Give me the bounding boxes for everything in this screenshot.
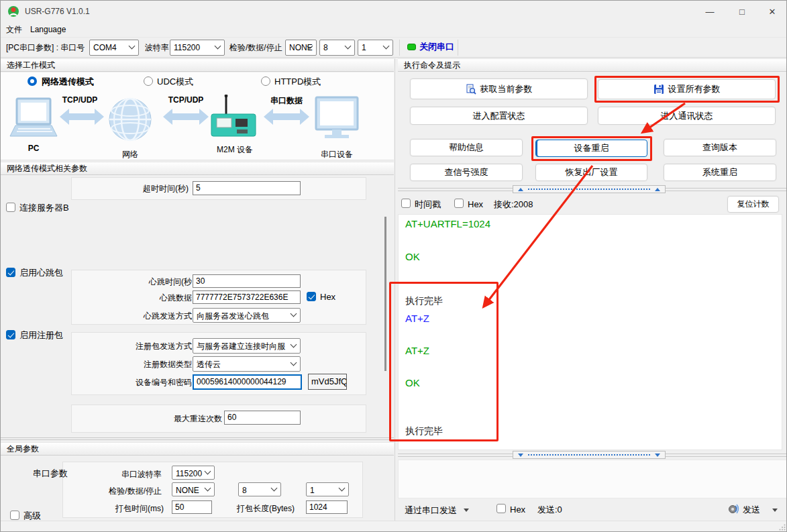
network-label: 网络 bbox=[115, 149, 145, 160]
chevron-down-icon bbox=[129, 43, 136, 50]
radio-httpd-mode[interactable] bbox=[261, 76, 270, 86]
menu-language[interactable]: Language bbox=[30, 25, 66, 35]
radio-net-label[interactable]: 网络透传模式 bbox=[42, 76, 94, 87]
global-params-header: 全局参数 bbox=[1, 442, 394, 456]
send-hex-label[interactable]: Hex bbox=[510, 504, 525, 515]
send-input[interactable] bbox=[398, 460, 787, 498]
send-button[interactable]: 发送 bbox=[725, 500, 782, 518]
panel-divider[interactable] bbox=[395, 58, 395, 521]
status-bar bbox=[1, 521, 787, 532]
device-restart-button[interactable]: 设备重启 bbox=[535, 140, 647, 157]
timestamp-label[interactable]: 时间戳 bbox=[415, 199, 441, 209]
device-id-label: 设备编号和密码 bbox=[71, 378, 192, 388]
rx-hex-label[interactable]: Hex bbox=[468, 199, 483, 209]
enter-comm-button[interactable]: 进入通讯状态 bbox=[598, 107, 776, 125]
exec-command-header: 执行命令及提示 bbox=[398, 58, 787, 72]
timeout-label: 超时时间(秒) bbox=[71, 184, 189, 194]
reg-type-label: 注册数据类型 bbox=[71, 360, 192, 370]
reset-count-button[interactable]: 复位计数 bbox=[727, 196, 779, 213]
pack-len-input[interactable]: 1024 bbox=[306, 500, 348, 514]
enter-config-button[interactable]: 进入配置状态 bbox=[410, 107, 588, 125]
left-panel-scrollbar-thumb[interactable] bbox=[384, 217, 386, 371]
maximize-button[interactable]: □ bbox=[727, 1, 757, 22]
pack-len-label: 打包长度(Bytes) bbox=[237, 504, 295, 514]
help-info-button[interactable]: 帮助信息 bbox=[410, 139, 523, 156]
stopbits-select[interactable]: 1 bbox=[358, 40, 393, 56]
com-port-select[interactable]: COM4 bbox=[89, 40, 139, 56]
set-params-button[interactable]: 设置所有参数 bbox=[598, 79, 776, 99]
reconnect-input[interactable]: 60 bbox=[224, 411, 301, 425]
link2-label: TCP/UDP bbox=[164, 95, 208, 105]
menubar: 文件 Language bbox=[1, 22, 787, 37]
resize-grip-icon[interactable] bbox=[779, 524, 786, 531]
send-via-serial-dropdown[interactable]: 通过串口发送 bbox=[405, 505, 457, 515]
g-databits-select[interactable]: 8 bbox=[238, 482, 281, 496]
device-password-box: mVd5JfQ bbox=[308, 374, 347, 390]
get-params-button[interactable]: 获取当前参数 bbox=[410, 78, 588, 99]
pc-label: PC bbox=[19, 144, 48, 153]
connect-server-b-label[interactable]: 连接服务器B bbox=[19, 203, 69, 213]
hb-hex-checkbox[interactable] bbox=[307, 292, 316, 301]
minimize-button[interactable]: — bbox=[694, 1, 725, 22]
radio-httpd-label[interactable]: HTTPD模式 bbox=[274, 76, 321, 87]
g-baud-label: 串口波特率 bbox=[88, 470, 162, 480]
reg-mode-select[interactable]: 与服务器建立连接时向服 bbox=[193, 338, 301, 354]
chevron-down-icon bbox=[291, 359, 297, 366]
enable-heartbeat-label[interactable]: 启用心跳包 bbox=[19, 268, 63, 278]
radio-udc-label[interactable]: UDC模式 bbox=[157, 76, 193, 87]
left-splitter[interactable] bbox=[1, 437, 394, 438]
hb-data-label: 心跳数据 bbox=[71, 293, 192, 303]
hb-mode-select[interactable]: 向服务器发送心跳包 bbox=[193, 308, 301, 323]
chevron-down-icon[interactable] bbox=[464, 509, 469, 512]
com-port-value: COM4 bbox=[93, 43, 117, 52]
send-hex-checkbox[interactable] bbox=[496, 504, 506, 513]
hb-time-input[interactable]: 30 bbox=[193, 274, 301, 288]
link3-label: 串口数据 bbox=[264, 95, 309, 107]
baud-select[interactable]: 115200 bbox=[170, 40, 225, 56]
g-stopbits-select[interactable]: 1 bbox=[306, 482, 349, 496]
signal-strength-button[interactable]: 查信号强度 bbox=[410, 164, 523, 181]
databits-select[interactable]: 8 bbox=[319, 40, 355, 56]
reg-mode-label: 注册包发送方式 bbox=[71, 341, 192, 352]
radio-udc-mode[interactable] bbox=[144, 76, 153, 86]
timestamp-checkbox[interactable] bbox=[401, 199, 411, 208]
sent-count: 发送:0 bbox=[537, 504, 562, 515]
log-splitter-handle[interactable] bbox=[513, 185, 666, 193]
advanced-label[interactable]: 高级 bbox=[23, 511, 41, 521]
pack-time-input[interactable]: 50 bbox=[172, 500, 212, 514]
advanced-checkbox[interactable] bbox=[10, 511, 19, 520]
g-baud-select[interactable]: 115200 bbox=[172, 466, 215, 480]
enable-register-label[interactable]: 启用注册包 bbox=[19, 330, 63, 340]
log-output-area[interactable]: AT+UARTFL=1024 OK 执行完毕 AT+Z AT+Z OK 执行完毕 bbox=[398, 214, 782, 450]
connect-server-b-checkbox[interactable] bbox=[6, 203, 15, 212]
g-parity-select[interactable]: NONE bbox=[172, 482, 215, 496]
enable-heartbeat-checkbox[interactable] bbox=[6, 268, 15, 277]
rx-hex-checkbox[interactable] bbox=[454, 199, 464, 208]
system-restart-button[interactable]: 系统重启 bbox=[664, 164, 776, 181]
pack-time-label: 打包时间(ms) bbox=[90, 504, 164, 514]
enable-register-checkbox[interactable] bbox=[6, 330, 15, 339]
work-mode-header: 选择工作模式 bbox=[1, 58, 394, 72]
radio-net-transparent-mode[interactable] bbox=[28, 76, 37, 86]
device-id-input[interactable]: 00059614000000044129 bbox=[193, 374, 302, 390]
chevron-down-icon bbox=[383, 43, 390, 50]
close-serial-button[interactable]: 关闭串口 bbox=[419, 42, 454, 52]
floppy-disk-icon bbox=[653, 84, 664, 95]
link1-label: TCP/UDP bbox=[58, 95, 102, 105]
log-line: AT+Z bbox=[405, 345, 429, 356]
parity-select[interactable]: NONE bbox=[285, 40, 317, 56]
hb-data-input[interactable]: 7777772E7573722E636E bbox=[193, 290, 301, 304]
reconnect-label: 最大重连次数 bbox=[121, 414, 222, 424]
factory-reset-button[interactable]: 恢复出厂设置 bbox=[535, 164, 647, 181]
reg-type-select[interactable]: 透传云 bbox=[193, 356, 301, 372]
hb-hex-label[interactable]: Hex bbox=[320, 292, 335, 302]
maximize-icon: □ bbox=[739, 7, 745, 17]
query-version-button[interactable]: 查询版本 bbox=[664, 139, 776, 156]
timeout-input[interactable]: 5 bbox=[193, 181, 301, 195]
log-line: OK bbox=[405, 251, 420, 262]
log-line: 执行完毕 bbox=[405, 295, 443, 307]
titlebar: USR-G776 V1.0.1 — □ ✕ bbox=[1, 1, 787, 22]
send-splitter-handle[interactable] bbox=[513, 451, 666, 459]
menu-file[interactable]: 文件 bbox=[6, 25, 22, 35]
close-button[interactable]: ✕ bbox=[757, 1, 787, 22]
